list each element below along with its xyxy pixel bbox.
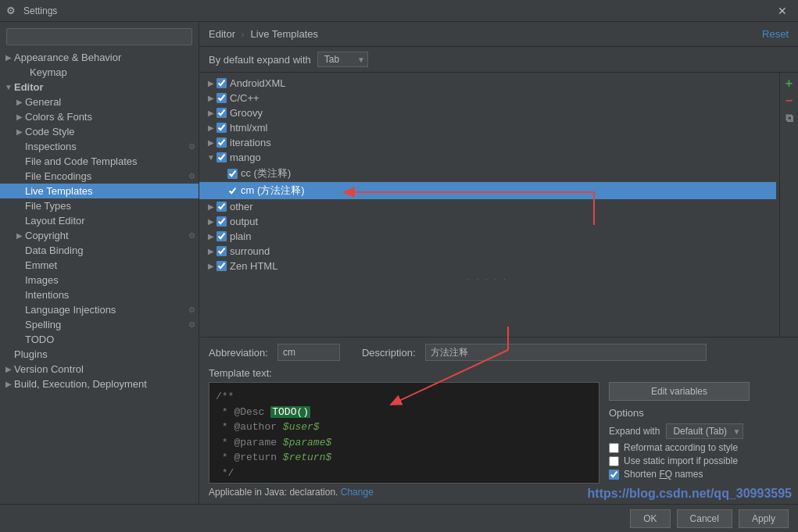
group-label: Groovy [230, 107, 263, 119]
group-androidxml[interactable]: ▶ AndroidXML [199, 76, 776, 91]
reformat-checkbox[interactable] [609, 443, 619, 453]
group-label: plain [230, 230, 251, 242]
sidebar-item-label: Plugins [14, 348, 48, 360]
group-cpp[interactable]: ▶ C/C++ [199, 91, 776, 105]
group-iterations[interactable]: ▶ iterations [199, 135, 776, 150]
applicable-change-link[interactable]: Change [341, 487, 374, 498]
template-editor[interactable]: /** * @Desc TODO() * @author $user$ * @p… [209, 382, 599, 484]
checkbox-htmlxml[interactable] [216, 123, 227, 133]
reformat-option-row: Reformat according to style [609, 442, 789, 453]
sidebar-item-spelling[interactable]: Spelling ⚙ [0, 317, 199, 332]
sidebar-item-label: Layout Editor [25, 215, 85, 227]
sidebar-item-file-code-templates[interactable]: File and Code Templates [0, 154, 199, 169]
expand-icon: ▶ [206, 79, 216, 87]
ok-button[interactable]: OK [630, 509, 670, 528]
applicable-row: Applicable in Java: declaration. Change [209, 487, 789, 498]
sidebar-item-file-types[interactable]: File Types [0, 198, 199, 213]
expand-icon: ▶ [206, 262, 216, 270]
sidebar-item-general[interactable]: ▶ General [0, 95, 199, 109]
checkbox-surround[interactable] [216, 246, 227, 256]
sidebar-item-label: Version Control [14, 363, 84, 375]
expand-with-option-select[interactable]: Default (Tab) Tab Enter Space [666, 423, 743, 439]
templates-tree: ▶ AndroidXML ▶ C/C++ ▶ Groovy [199, 73, 798, 337]
group-output[interactable]: ▶ output [199, 214, 776, 229]
sidebar-item-images[interactable]: Images [0, 273, 199, 287]
checkbox-output[interactable] [216, 216, 227, 227]
checkbox-iterations[interactable] [216, 137, 227, 148]
group-other[interactable]: ▶ other [199, 199, 776, 214]
static-import-label: Use static import if possible [624, 455, 738, 466]
group-zenhtml[interactable]: ▶ Zen HTML [199, 259, 776, 273]
add-template-button[interactable]: + [782, 76, 797, 91]
group-plain[interactable]: ▶ plain [199, 229, 776, 244]
sidebar-item-layout-editor[interactable]: Layout Editor [0, 213, 199, 228]
expand-icon: ▼ [3, 83, 14, 91]
group-label: mango [230, 152, 261, 163]
remove-template-button[interactable]: − [782, 93, 797, 109]
apply-button[interactable]: Apply [739, 509, 789, 528]
checkbox-cc[interactable] [227, 169, 238, 179]
sidebar-item-keymap[interactable]: Keymap [0, 65, 199, 80]
expand-icon: ▶ [3, 53, 14, 62]
group-surround[interactable]: ▶ surround [199, 244, 776, 259]
checkbox-mango[interactable] [216, 152, 227, 162]
expand-with-label: By default expand with [209, 54, 311, 66]
checkbox-groovy[interactable] [216, 108, 227, 118]
right-toolbar: + − ⧉ [779, 73, 798, 337]
expand-icon: ▶ [14, 112, 25, 121]
template-cm[interactable]: cm (方法注释) [199, 182, 776, 199]
sidebar-item-live-templates[interactable]: Live Templates [0, 184, 199, 198]
sidebar-item-label: Spelling [25, 319, 61, 330]
reset-button[interactable]: Reset [762, 28, 789, 40]
copy-template-button[interactable]: ⧉ [782, 110, 797, 126]
expand-with-select[interactable]: Tab Enter Space [317, 52, 368, 67]
sidebar-item-data-binding[interactable]: Data Binding [0, 243, 199, 258]
sidebar: ▶ Appearance & Behavior Keymap ▼ Editor … [0, 22, 199, 504]
sidebar-item-editor[interactable]: ▼ Editor [0, 80, 199, 95]
sidebar-item-appearance[interactable]: ▶ Appearance & Behavior [0, 50, 199, 65]
expand-icon: ▼ [206, 153, 216, 162]
sidebar-item-language-injections[interactable]: Language Injections ⚙ [0, 302, 199, 317]
checkbox-other[interactable] [216, 202, 227, 212]
sidebar-item-colors-fonts[interactable]: ▶ Colors & Fonts [0, 109, 199, 124]
checkbox-androidxml[interactable] [216, 78, 227, 88]
checkbox-cm[interactable] [227, 186, 238, 196]
group-label: C/C++ [230, 92, 259, 104]
expand-with-option-row: Expand with Default (Tab) Tab Enter Spac… [609, 423, 789, 439]
sidebar-item-label: File and Code Templates [25, 155, 138, 167]
sidebar-item-inspections[interactable]: Inspections ⚙ [0, 139, 199, 154]
group-groovy[interactable]: ▶ Groovy [199, 105, 776, 120]
search-input[interactable] [6, 28, 192, 45]
sidebar-item-emmet[interactable]: Emmet [0, 258, 199, 273]
group-mango[interactable]: ▼ mango [199, 150, 776, 165]
sidebar-item-todo[interactable]: TODO [0, 332, 199, 347]
main-layout: ▶ Appearance & Behavior Keymap ▼ Editor … [0, 22, 798, 504]
checkbox-plain[interactable] [216, 231, 227, 241]
template-editor-row: /** * @Desc TODO() * @author $user$ * @p… [209, 382, 789, 484]
sidebar-item-label: Code Style [25, 126, 75, 137]
expand-icon: ▶ [14, 98, 25, 106]
options-title: Options [609, 407, 789, 419]
sidebar-item-build[interactable]: ▶ Build, Execution, Deployment [0, 377, 199, 391]
shorten-fq-checkbox[interactable] [609, 470, 619, 480]
edit-variables-button[interactable]: Edit variables [609, 382, 750, 401]
close-button[interactable]: ✕ [773, 3, 792, 19]
expand-icon: ▶ [14, 231, 25, 240]
cancel-button[interactable]: Cancel [677, 509, 732, 528]
sidebar-item-file-encodings[interactable]: File Encodings ⚙ [0, 169, 199, 184]
sidebar-item-plugins[interactable]: Plugins [0, 347, 199, 362]
expand-icon: ▶ [206, 202, 216, 211]
shorten-fq-label: Shorten FQ names [624, 469, 703, 480]
group-htmlxml[interactable]: ▶ html/xml [199, 120, 776, 135]
description-input[interactable] [425, 344, 707, 361]
static-import-checkbox[interactable] [609, 456, 619, 466]
template-cc[interactable]: cc (类注释) [199, 165, 776, 182]
abbreviation-input[interactable] [277, 344, 340, 361]
sidebar-item-version-control[interactable]: ▶ Version Control [0, 362, 199, 377]
sidebar-item-code-style[interactable]: ▶ Code Style [0, 124, 199, 139]
checkbox-zenhtml[interactable] [216, 261, 227, 271]
sidebar-item-copyright[interactable]: ▶ Copyright ⚙ [0, 228, 199, 243]
sidebar-item-intentions[interactable]: Intentions [0, 287, 199, 302]
expand-with-option-wrapper: Default (Tab) Tab Enter Space ▼ [666, 423, 743, 439]
checkbox-cpp[interactable] [216, 93, 227, 103]
